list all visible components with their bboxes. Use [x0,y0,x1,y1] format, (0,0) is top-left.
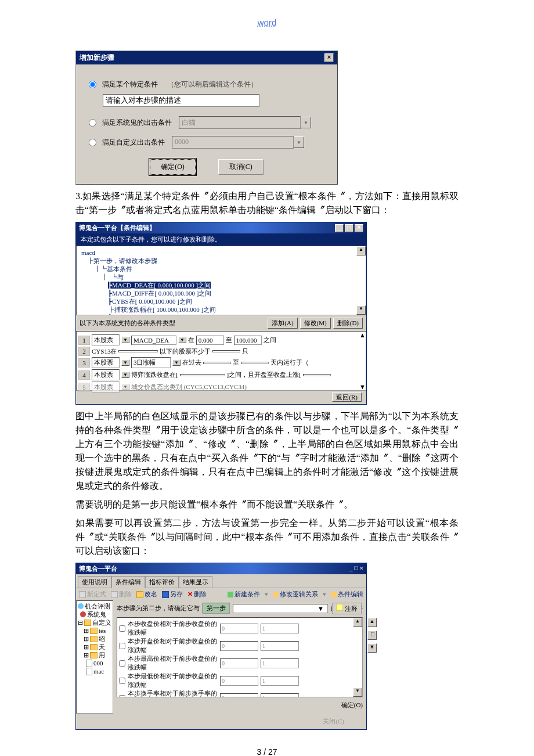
rule-input[interactable]: 100.000 [234,336,262,345]
scroll-down-icon[interactable]: ▼ [353,687,362,697]
check-val-from[interactable]: 0 [220,676,258,686]
new-formula-button[interactable]: 新定式 [79,590,106,599]
check-row[interactable]: 本步收盘价相对于前步收盘价的涨跌幅01 [119,620,360,637]
tree-node[interactable]: ┃┗基本条件 [94,265,361,273]
rule-row[interactable]: 4 本股票▼ 博弈涨跌收盘在[ ]之间，且开盘至收盘上涨[ [78,369,364,380]
dropdown-icon[interactable]: ▼ [317,605,324,612]
tree-node[interactable]: ┣MACD_MACD在[ 0.000,100.000 ]之间 [108,314,361,315]
rule-field[interactable]: 本股票 [92,381,120,393]
scroll-up-icon[interactable]: ▲ [353,618,362,627]
rule-field[interactable]: 3日涨幅 [131,357,171,368]
tree-item[interactable]: 系统鬼 [80,610,111,618]
condition-edit-button[interactable]: 条件编辑 [331,590,363,599]
dialog-titlebar[interactable]: 博鬼合一平台【条件编辑】 _ □ × [76,222,366,233]
new-condition-button[interactable]: 新建条件 [228,590,260,599]
condition-tree[interactable]: macd ┣第一步，请修改本步骤 ┃┗基本条件 ┃ ┗与 ┣MACD_DEA在[… [76,246,366,315]
rule-field[interactable]: 本股票 [92,357,120,368]
scroll-anchor-icon[interactable]: ⎕ [367,631,377,640]
tree-root[interactable]: macd [81,249,361,257]
rule-row[interactable]: 2 CYS13在 以下的股票不少于 只 [78,347,364,356]
back-button[interactable]: 返回(R) [332,393,362,402]
tab-condition-edit[interactable]: 条件编辑 [111,576,145,588]
check-row[interactable]: 本步最高价相对于前步收盘价的涨跌幅01 [119,654,360,672]
dropdown-icon[interactable]: ▼ [172,359,181,366]
tree-node[interactable]: ┃ ┗与 [101,273,361,281]
dropdown-icon[interactable]: ▼ [178,337,186,343]
tree-item[interactable]: ⊞tes [84,627,111,635]
tree-root[interactable]: 机会评测 [78,602,111,610]
dropdown-icon[interactable]: ▼ [121,372,129,378]
tree-node[interactable]: ┣捕获涨跌幅在[ 100.000,100.000 ]之间 [108,305,361,314]
dropdown-icon[interactable]: ▼ [301,117,311,128]
tree-item[interactable]: mac [86,667,111,675]
close-icon[interactable]: × [360,564,363,571]
scroll-up-icon[interactable]: ▲ [359,332,366,339]
dropdown-icon[interactable]: ▼ [121,384,129,390]
rule-input[interactable] [303,374,331,376]
scroll-down-icon[interactable]: ▼ [356,305,366,315]
tree-node-selected[interactable]: ┣MACD_DEA在[ 0.000,100.000 ]之间 [108,282,211,289]
tree-item[interactable]: 000 [86,659,111,667]
close-icon[interactable]: × [324,53,334,62]
scroll-up-icon[interactable]: ▲ [356,246,366,255]
check-val-from[interactable]: 0 [220,658,258,668]
save-button[interactable]: 另存 [162,590,183,599]
minimize-icon[interactable]: _ [335,224,344,232]
tab-usage[interactable]: 使用说明 [78,576,111,588]
rule-input[interactable] [203,362,231,364]
tree-item[interactable]: ⊞用 [84,651,111,659]
step-relation-dropdown[interactable]: ▼ [233,604,328,613]
rule-input[interactable] [180,374,225,376]
dialog-titlebar[interactable]: 博鬼合一平台 _ □ × [76,563,366,574]
dropdown-icon[interactable]: ▼ [294,136,304,148]
rule-input[interactable]: 0.000 [196,336,224,345]
minimize-icon[interactable]: _ [349,564,353,571]
check-box[interactable] [119,678,125,684]
check-val-to[interactable]: 1 [261,641,299,651]
tab-result[interactable]: 结果显示 [179,576,212,588]
check-box[interactable] [119,643,125,649]
rule-row[interactable]: 5 本股票▼ 城交价盘态比类别 (CYC5,CYC13,CYC34) [78,381,364,393]
modify-button[interactable]: 修改(M) [300,318,331,329]
tree-node[interactable]: ┣MACD_DIFF在[ 0.000,100.000 ]之间 [108,289,361,297]
tree-node[interactable]: ┣第一步，请修改本步骤 [87,257,361,265]
check-val-to[interactable]: 1 [261,624,299,633]
delete-button[interactable]: 删除(D) [333,318,363,329]
check-box[interactable] [119,695,125,698]
tab-indicator[interactable]: 指标评价 [145,576,179,588]
step-desc-input[interactable] [103,94,259,107]
opt-custom-radio[interactable] [89,139,96,146]
scroll-down-icon[interactable]: ▼ [359,383,366,390]
close-icon[interactable]: × [355,224,363,232]
check-val-from[interactable]: 0 [220,693,258,698]
add-button[interactable]: 添加(A) [268,318,297,329]
check-row[interactable]: 本步换手率相对于前步换手率的涨跌幅01 [119,689,360,697]
tree-node[interactable]: ┣CYBS在[ 0.000,100.000 ]之间 [108,297,361,305]
dropdown-icon[interactable]: ▼ [121,337,129,343]
check-box[interactable] [119,660,125,667]
scroll-up-icon[interactable]: ▲ [367,618,377,627]
rename-button[interactable]: 改名 [136,590,157,599]
rule-field[interactable]: 本股票 [92,369,120,380]
cancel-button[interactable]: 取消(C) [218,159,264,175]
tree-item[interactable]: ⊞天 [84,643,111,651]
ok-button[interactable]: 确定(O) [150,159,196,175]
sidebar-tree[interactable]: 机会评测 系统鬼 ⊟自定义 ⊞tes ⊞绍 ⊞天 ⊞用 000 mac [76,600,113,714]
rule-row[interactable]: 3 本股票▼ 3日涨幅▼ 在过去 至 天内运行于（ [78,357,364,368]
tree-item[interactable]: ⊟自定义 [78,618,111,627]
ok-button[interactable]: 确定(O) [341,701,363,708]
check-row[interactable]: 本步最低价相对于前步收盘价的涨跌幅01 [119,672,360,689]
scroll-down-icon[interactable]: ▼ [367,643,377,653]
dropdown-icon[interactable]: ▼ [121,359,129,366]
delete-button[interactable]: 删除 [111,590,132,599]
remove-button[interactable]: ✕删除 [187,590,207,599]
relation-checklist[interactable]: 本步收盘价相对于前步收盘价的涨跌幅01本步开盘价相对于前步收盘价的涨跌幅01本步… [117,617,363,697]
rule-row[interactable]: 1 本股票▼ MACD_DEA▼ 在 0.000 至 100.000 之间 [78,334,364,345]
rule-field[interactable]: 本股票 [92,334,120,345]
check-val-to[interactable]: 1 [261,658,299,668]
check-val-from[interactable]: 0 [220,624,258,633]
maximize-icon[interactable]: □ [354,564,358,571]
note-button[interactable]: 注释 [332,603,362,614]
rule-field[interactable]: MACD_DEA [131,336,176,345]
maximize-icon[interactable]: □ [345,224,353,232]
